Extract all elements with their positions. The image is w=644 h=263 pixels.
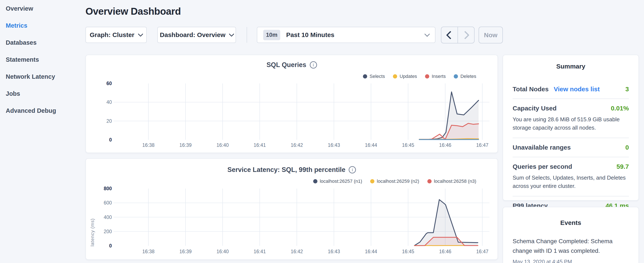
chevron-down-icon [424, 31, 430, 37]
y-tick-label: 0 [109, 137, 112, 143]
service-latency-chart-plot[interactable]: 020040060080016:3816:3916:4016:4116:4216… [90, 185, 498, 256]
legend-label: localhost:26259 (n2) [377, 178, 419, 184]
x-tick-label: 16:40 [216, 249, 229, 254]
x-tick-label: 16:39 [180, 142, 192, 148]
legend-dot-icon [363, 74, 367, 79]
summary-row-subtitle: You are using 28.6 MiB of 515.9 GiB usab… [512, 115, 629, 132]
legend-label: Inserts [432, 74, 446, 79]
summary-row-value: 3 [625, 86, 629, 93]
legend-label: Deletes [460, 74, 476, 79]
event-list: Schema Change Completed: Schema change w… [512, 237, 629, 263]
x-tick-label: 16:42 [291, 142, 303, 148]
event-item[interactable]: Schema Change Completed: Schema change w… [512, 237, 629, 263]
sidebar-item-statements[interactable]: Statements [0, 51, 85, 68]
graph-selector-label: Graph: Cluster [90, 31, 134, 39]
dashboard-selector-dropdown[interactable]: Dashboard: Overview [157, 27, 236, 43]
chart-title: SQL Queries [266, 61, 306, 69]
y-tick-label: 0 [109, 243, 112, 248]
summary-row-subtitle: Sum of Selects, Updates, Inserts, and De… [512, 174, 629, 190]
chart-legend: SelectsUpdatesInsertsDeletes [363, 74, 476, 79]
summary-row: Unavailable ranges0 [512, 138, 629, 157]
graph-selector-dropdown[interactable]: Graph: Cluster [86, 27, 147, 43]
legend-dot-icon [425, 74, 429, 79]
summary-row-label: Unavailable ranges [512, 144, 571, 151]
y-tick-label: 400 [104, 214, 112, 220]
summary-title: Summary [512, 63, 629, 70]
x-tick-label: 16:39 [180, 249, 192, 254]
legend-dot-icon [427, 179, 432, 183]
view-nodes-list-link[interactable]: View nodes list [554, 86, 600, 93]
time-range-dropdown[interactable]: 10m Past 10 Minutes [257, 27, 436, 43]
x-tick-label: 16:42 [291, 249, 303, 254]
y-tick-label: 40 [106, 99, 112, 105]
x-tick-label: 16:47 [476, 142, 488, 148]
sidebar-item-network-latency[interactable]: Network Latency [0, 68, 85, 85]
chart-title: Service Latency: SQL, 99th percentile [228, 166, 346, 174]
time-window-badge: 10m [263, 30, 280, 40]
summary-row-value: 0.01% [611, 105, 629, 112]
legend-label: localhost:26257 (n1) [320, 178, 362, 184]
y-tick-label: 60 [106, 81, 112, 86]
now-button[interactable]: Now [478, 27, 503, 43]
legend-item: Inserts [425, 74, 446, 79]
sql-queries-chart-card: SQL Queries i SelectsUpdatesInsertsDelet… [86, 55, 498, 153]
summary-row-label: Total Nodes [512, 86, 548, 93]
x-tick-label: 16:47 [476, 249, 488, 254]
chevron-down-icon [138, 31, 143, 37]
chevron-left-icon [446, 31, 454, 39]
next-time-window-button[interactable] [458, 27, 474, 43]
summary-row: Capacity Used0.01%You are using 28.6 MiB… [512, 99, 629, 138]
x-tick-label: 16:46 [439, 142, 451, 148]
x-tick-label: 16:45 [402, 142, 414, 148]
header-divider [247, 27, 247, 43]
page-title: Overview Dashboard [86, 6, 181, 17]
sidebar-item-overview[interactable]: Overview [0, 0, 85, 17]
service-latency-chart-card: Service Latency: SQL, 99th percentile i … [86, 158, 498, 260]
x-tick-label: 16:46 [439, 249, 451, 254]
event-timestamp: May 13, 2020 at 4:45 PM [512, 259, 629, 263]
prev-time-window-button[interactable] [442, 27, 458, 43]
x-tick-label: 16:38 [142, 142, 154, 148]
x-tick-label: 16:40 [216, 142, 229, 148]
legend-item: localhost:26259 (n2) [370, 178, 419, 184]
summary-rows: Total NodesView nodes list3Capacity Used… [512, 80, 629, 215]
sidebar-item-jobs[interactable]: Jobs [0, 85, 85, 102]
summary-row: Queries per second59.7Sum of Selects, Up… [512, 157, 629, 196]
events-panel: Events Schema Change Completed: Schema c… [502, 207, 639, 263]
chart-title-row: Service Latency: SQL, 99th percentile i [86, 166, 498, 174]
overview-dashboard-page: OverviewMetricsDatabasesStatementsNetwor… [0, 0, 644, 263]
legend-item: Updates [393, 74, 417, 79]
x-tick-label: 16:44 [365, 249, 377, 254]
event-text: Schema Change Completed: Schema change w… [512, 237, 629, 256]
y-tick-label: 200 [104, 229, 112, 234]
legend-item: Deletes [454, 74, 476, 79]
summary-row-label: Capacity Used [512, 105, 556, 112]
info-icon[interactable]: i [349, 166, 356, 173]
x-tick-label: 16:43 [328, 142, 340, 148]
summary-row: Total NodesView nodes list3 [512, 80, 629, 99]
x-tick-label: 16:41 [254, 142, 266, 148]
time-window-pager [441, 27, 474, 43]
chart-legend: localhost:26257 (n1)localhost:26259 (n2)… [313, 178, 476, 184]
legend-dot-icon [370, 179, 374, 183]
y-tick-label: 20 [106, 118, 112, 124]
legend-label: Updates [400, 74, 417, 79]
x-tick-label: 16:41 [254, 249, 266, 254]
legend-dot-icon [454, 74, 458, 79]
sidebar-item-advanced-debug[interactable]: Advanced Debug [0, 102, 85, 119]
x-tick-label: 16:38 [142, 249, 154, 254]
summary-row-label: Queries per second [512, 163, 572, 170]
legend-item: localhost:26257 (n1) [313, 178, 362, 184]
summary-row-value: 0 [625, 144, 629, 151]
x-tick-label: 16:44 [365, 142, 377, 148]
sidebar-item-databases[interactable]: Databases [0, 34, 85, 51]
legend-label: localhost:26258 (n3) [434, 178, 476, 184]
time-window-label: Past 10 Minutes [286, 31, 334, 39]
info-icon[interactable]: i [310, 61, 317, 69]
legend-dot-icon [393, 74, 397, 79]
legend-dot-icon [313, 179, 318, 183]
sql-queries-chart-plot[interactable]: 020406016:3816:3916:4016:4116:4216:4316:… [90, 81, 498, 151]
sidebar-item-metrics[interactable]: Metrics [0, 17, 85, 34]
summary-row-value: 59.7 [616, 163, 629, 170]
legend-label: Selects [370, 74, 385, 79]
